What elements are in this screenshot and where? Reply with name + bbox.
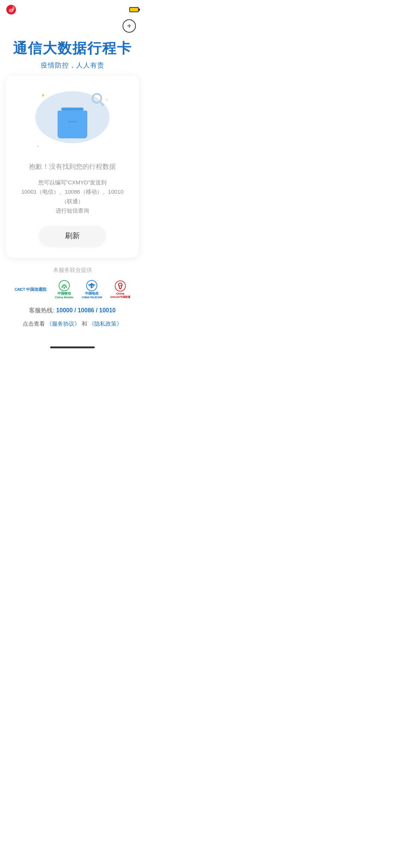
header: 通信大数据行程卡 疫情防控，人人有责 xyxy=(0,33,145,76)
policy-prefix: 点击查看 xyxy=(23,320,45,327)
china-mobile-logo: 中国移动China Mobile xyxy=(55,280,74,300)
dot-decoration-1 xyxy=(42,94,44,96)
policy-and: 和 xyxy=(82,320,87,327)
box-lid xyxy=(58,111,87,118)
svg-point-7 xyxy=(115,281,125,291)
status-bar-left xyxy=(6,4,16,15)
privacy-policy-link[interactable]: 《隐私政策》 xyxy=(89,320,122,327)
empty-box-illustration xyxy=(58,111,87,138)
partner-title: 本服务联合提供 xyxy=(53,267,92,274)
footer: 本服务联合提供 CAICT 中国信通院 中国移动China Mobile xyxy=(0,267,145,339)
page-title: 通信大数据行程卡 xyxy=(13,40,132,57)
hint-message: 您可以编写"CXMYD"发送到 10001（电信）、10086（移动）、1001… xyxy=(15,178,130,216)
status-bar-right xyxy=(129,7,139,12)
refresh-button[interactable]: 刷新 xyxy=(39,226,106,246)
battery-icon xyxy=(129,7,139,12)
add-button[interactable]: + xyxy=(123,19,136,33)
magnify-icon xyxy=(92,93,102,103)
status-bar xyxy=(0,0,145,16)
main-card: 抱歉！没有找到您的行程数据 您可以编写"CXMYD"发送到 10001（电信）、… xyxy=(6,76,139,258)
box-body xyxy=(58,118,87,138)
weibo-icon xyxy=(6,4,16,15)
partners-row: CAICT 中国信通院 中国移动China Mobile 中国电 xyxy=(7,280,137,300)
hotline-numbers: 10000 / 10086 / 10010 xyxy=(56,307,115,313)
dot-decoration-3 xyxy=(37,145,39,147)
caict-logo: CAICT 中国信通院 xyxy=(14,287,46,292)
svg-point-1 xyxy=(10,10,11,10)
service-agreement-link[interactable]: 《服务协议》 xyxy=(46,320,80,327)
policy-row: 点击查看 《服务协议》 和 《隐私政策》 xyxy=(23,320,122,328)
svg-point-4 xyxy=(63,287,65,289)
hotline-row: 客服热线: 10000 / 10086 / 10010 xyxy=(29,307,115,315)
china-unicom-logo: ChinaUnicom中国联通 xyxy=(110,280,130,299)
page-subtitle: 疫情防控，人人有责 xyxy=(41,61,104,70)
home-indicator xyxy=(50,346,95,348)
dot-decoration-2 xyxy=(106,99,108,101)
hotline-label: 客服热线: xyxy=(29,307,56,313)
bottom-bar xyxy=(0,339,145,351)
error-message: 抱歉！没有找到您的行程数据 xyxy=(29,162,116,172)
illustration xyxy=(32,88,113,154)
svg-point-2 xyxy=(11,10,12,11)
china-telecom-logo: 中国电信CHINA TELECOM xyxy=(82,280,102,300)
